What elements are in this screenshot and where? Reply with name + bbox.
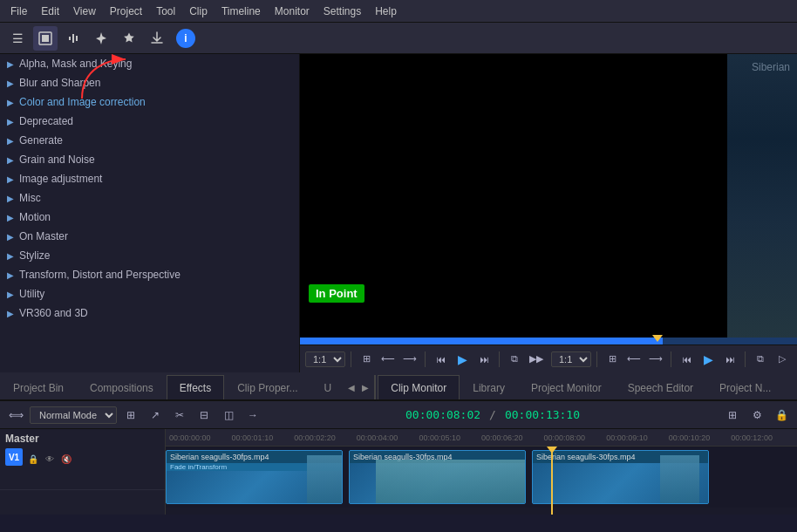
timebar[interactable] [300,338,797,344]
skip-back-btn-right[interactable]: ⏮ [677,350,696,369]
timeline-cursor-btn[interactable]: ↗ [145,405,166,426]
ctrl-separator-2 [425,351,426,367]
video-clip-3[interactable]: Siberian seagulls-30fps.mp4 [532,450,709,504]
rewind-btn-left[interactable]: ⟵ [378,350,398,369]
tab-clip-properties[interactable]: Clip Proper... [224,375,310,399]
video-clip-2[interactable]: Siberian seagulls-30fps.mp4 [349,450,526,504]
tab-clip-monitor[interactable]: Clip Monitor [378,375,460,399]
effects-item-misc[interactable]: ▶ Misc [0,188,299,208]
timeline-mode-select[interactable]: Normal Mode [30,406,117,424]
project-button[interactable] [33,26,58,51]
effects-label-onmaster: On Master [19,230,68,242]
forward-btn-right[interactable]: ⟶ [646,350,665,369]
timeline-snap-btn[interactable]: ⊞ [120,405,141,426]
effects-item-utility[interactable]: ▶ Utility [0,284,299,304]
play-btn-left[interactable]: ▶ [453,350,472,369]
timeline-split-btn[interactable]: ◫ [218,405,239,426]
effects-button[interactable] [89,26,113,51]
timeline-arrow-btn[interactable]: → [242,405,263,426]
effects-item-alpha[interactable]: ▶ Alpha, Mask and Keying [0,54,299,73]
effects-item-color[interactable]: ▶ Color and Image correction [0,92,299,112]
in-point-badge: In Point [309,284,364,303]
menu-monitor[interactable]: Monitor [268,3,317,19]
tab-effects[interactable]: Effects [167,375,224,399]
play-btn-right[interactable]: ▶ [698,350,718,369]
fullscreen-btn-left[interactable]: ⊞ [357,350,376,369]
tab-compositions[interactable]: Compositions [77,375,167,399]
menu-project[interactable]: Project [103,3,149,19]
audio-button[interactable] [61,26,85,51]
effects-item-generate[interactable]: ▶ Generate [0,131,299,150]
expand-arrow-deprecated: ▶ [7,117,14,126]
menu-btn[interactable]: ▶▶ [527,350,546,369]
ruler-mark-6: 00:00:08:00 [544,433,607,442]
track-icon-eye[interactable]: 👁 [43,452,57,466]
menu-view[interactable]: View [66,3,103,19]
effects-label-motion: Motion [19,211,51,223]
menu-edit[interactable]: Edit [34,3,66,19]
ruler-mark-3: 00:00:04:00 [357,433,419,442]
timeline-tracks: Master V1 🔒 👁 🔇 [0,429,797,515]
skip-fwd-btn-left[interactable]: ⏭ [474,350,494,369]
favorites-button[interactable] [117,26,141,51]
effects-label-utility: Utility [19,288,44,300]
effects-item-transform[interactable]: ▶ Transform, Distort and Perspective [0,265,299,284]
track-icon-lock[interactable]: 🔒 [26,452,40,466]
tab-project-n[interactable]: Project N... [706,375,784,399]
menu-tool[interactable]: Tool [149,3,182,19]
skip-fwd-btn-right[interactable]: ⏭ [720,350,739,369]
timeline-ripple-btn[interactable]: ⊟ [194,405,215,426]
timeline-fit-btn[interactable]: ⟺ [5,405,26,426]
skip-back-btn-left[interactable]: ⏮ [431,350,450,369]
effects-item-image[interactable]: ▶ Image adjustment [0,169,299,188]
content-area: ▶ Alpha, Mask and Keying ▶ Blur and Shar… [0,54,797,372]
crop-btn-right[interactable]: ⧉ [751,350,770,369]
menu-btn-right[interactable]: ▷ [773,350,792,369]
crop-btn[interactable]: ⧉ [505,350,524,369]
tab-speech-editor[interactable]: Speech Editor [615,375,706,399]
menu-timeline[interactable]: Timeline [215,3,268,19]
effects-item-motion[interactable]: ▶ Motion [0,208,299,227]
timeline-cut-btn[interactable]: ✂ [169,405,190,426]
tab-project-bin[interactable]: Project Bin [0,375,77,399]
effects-item-onmaster[interactable]: ▶ On Master [0,227,299,246]
menu-settings[interactable]: Settings [317,3,368,19]
menu-file[interactable]: File [3,3,34,19]
effects-label-color: Color and Image correction [19,96,146,108]
effects-item-deprecated[interactable]: ▶ Deprecated [0,112,299,131]
timebar-progress [300,338,663,344]
fullscreen-btn-right[interactable]: ⊞ [603,350,622,369]
zoom-select-left[interactable]: 1:11:2Fit [305,351,345,367]
tab-nav-right[interactable]: ▶ [358,375,372,399]
effects-item-grain[interactable]: ▶ Grain and Noise [0,150,299,169]
effects-label-transform: Transform, Distort and Perspective [19,269,181,281]
info-button[interactable]: i [176,29,195,48]
tab-project-monitor[interactable]: Project Monitor [518,375,615,399]
playhead [551,447,553,515]
tab-library[interactable]: Library [460,375,518,399]
zoom-select-right[interactable]: 1:11:2Fit [551,351,591,367]
effects-item-stylize[interactable]: ▶ Stylize [0,246,299,265]
effects-label-grain: Grain and Noise [19,153,95,166]
track-icon-mute[interactable]: 🔇 [59,452,73,466]
menu-clip[interactable]: Clip [182,3,215,19]
timeline-lock-btn[interactable]: 🔒 [771,405,792,426]
timebar-marker [652,335,663,342]
forward-btn-left[interactable]: ⟶ [400,350,419,369]
ruler-mark-9: 00:00:12:00 [731,433,794,442]
menu-toggle-button[interactable]: ☰ [5,26,30,51]
menu-help[interactable]: Help [368,3,404,19]
effects-item-vr360[interactable]: ▶ VR360 and 3D [0,304,299,323]
ctrl-separator-5 [671,351,671,367]
video-clip-1[interactable]: Siberian seagulls-30fps.mp4 Fade in/Tran… [166,450,343,504]
export-button[interactable] [145,26,169,51]
timeline-settings-btn[interactable]: ⚙ [746,405,767,426]
effects-item-blur[interactable]: ▶ Blur and Sharpen [0,73,299,92]
tab-u[interactable]: U [311,375,345,399]
effects-label-alpha: Alpha, Mask and Keying [19,58,132,70]
clip-thumb-1 [167,471,342,503]
timeline-zoom-in[interactable]: ⊞ [722,405,743,426]
tab-nav-left[interactable]: ◀ [344,375,358,399]
effects-label-vr360: VR360 and 3D [19,307,88,319]
rewind-btn-right[interactable]: ⟵ [624,350,644,369]
